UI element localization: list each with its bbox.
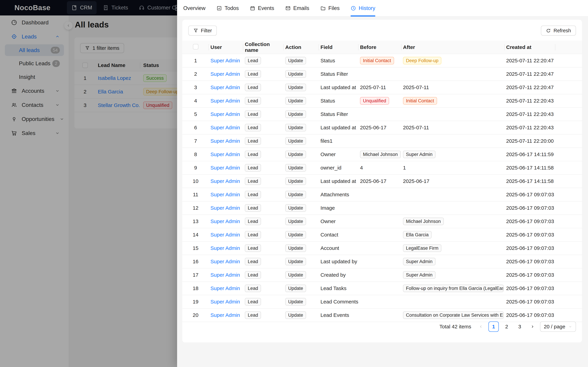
before-cell <box>358 67 401 81</box>
created-at: 2025-06-17 09:07:03 <box>505 309 555 322</box>
before-cell: Initial Contact <box>358 54 401 67</box>
user-link[interactable]: Super Admin <box>210 259 240 264</box>
page-size-value: 20 / page <box>544 324 565 330</box>
user-link[interactable]: Super Admin <box>210 192 240 197</box>
tab-emails[interactable]: Emails <box>285 0 309 16</box>
user-link[interactable]: Super Admin <box>210 84 240 90</box>
user-link[interactable]: Super Admin <box>210 312 240 318</box>
select-all-checkbox[interactable] <box>193 44 199 50</box>
pagination-prev-button[interactable] <box>476 322 486 332</box>
tab-todos[interactable]: Todos <box>216 0 239 16</box>
collection-tag: Lead <box>245 298 261 306</box>
table-row: 9Super AdminLeadUpdateowner_id412025-06-… <box>182 161 582 175</box>
user-link[interactable]: Super Admin <box>210 299 240 304</box>
user-link[interactable]: Super Admin <box>210 165 240 171</box>
clock-icon <box>351 6 356 11</box>
row-index: 5 <box>182 108 209 121</box>
user-link[interactable]: Super Admin <box>210 71 240 77</box>
action-tag: Update <box>285 97 306 105</box>
after-cell <box>401 295 505 309</box>
collection-tag: Lead <box>245 231 261 239</box>
user-link[interactable]: Super Admin <box>210 111 240 117</box>
pagination-page-2[interactable]: 2 <box>502 322 512 332</box>
created-at: 2025-06-17 14:11:58 <box>505 175 555 188</box>
after-cell: Ella Garcia <box>401 228 505 242</box>
tab-history[interactable]: History <box>351 0 375 16</box>
extra-cell <box>555 175 582 188</box>
user-link[interactable]: Super Admin <box>210 178 240 184</box>
table-row: 14Super AdminLeadUpdateContactElla Garci… <box>182 228 582 242</box>
field-name: Lead Comments <box>319 295 358 309</box>
user-link[interactable]: Super Admin <box>210 272 240 278</box>
row-index: 19 <box>182 295 209 309</box>
user-link[interactable]: Super Admin <box>210 232 240 238</box>
after-tag: Deep Follow-up <box>403 57 441 64</box>
tab-events[interactable]: Events <box>250 0 274 16</box>
after-cell: 2025-07-11 <box>401 121 505 134</box>
action-tag: Update <box>285 177 306 185</box>
collection-tag: Lead <box>245 191 261 198</box>
after-cell <box>401 134 505 148</box>
created-at: 2025-07-11 22:20:47 <box>505 81 555 94</box>
user-link[interactable]: Super Admin <box>210 218 240 224</box>
collection-tag: Lead <box>245 311 261 319</box>
user-link[interactable]: Super Admin <box>210 58 240 63</box>
field-name: Status <box>319 94 358 108</box>
extra-cell <box>555 121 582 134</box>
user-link[interactable]: Super Admin <box>210 138 240 144</box>
check-square-icon <box>216 6 222 11</box>
before-cell <box>358 268 401 282</box>
action-tag: Update <box>285 164 306 172</box>
table-row: 5Super AdminLeadUpdateStatus Filter2025-… <box>182 108 582 121</box>
col-extra <box>555 41 582 54</box>
pagination-page-1[interactable]: 1 <box>488 322 499 332</box>
user-link[interactable]: Super Admin <box>210 151 240 157</box>
tab-overview[interactable]: Overview <box>183 0 206 16</box>
field-name: Last updated at <box>319 121 358 134</box>
after-value: 2025-06-17 <box>403 178 429 184</box>
before-value: 2025-06-17 <box>360 178 386 184</box>
action-tag: Update <box>285 57 306 64</box>
user-link[interactable]: Super Admin <box>210 285 240 291</box>
after-cell: Initial Contact <box>401 94 505 108</box>
user-link[interactable]: Super Admin <box>210 125 240 130</box>
user-link[interactable]: Super Admin <box>210 245 240 251</box>
action-tag: Update <box>285 110 306 118</box>
refresh-button[interactable]: Refresh <box>541 25 576 35</box>
field-name: Owner <box>319 215 358 228</box>
created-at: 2025-07-11 22:20:00 <box>505 134 555 148</box>
created-at: 2025-06-17 14:11:58 <box>505 161 555 175</box>
after-value: 2025-07-11 <box>403 125 429 130</box>
row-index: 11 <box>182 188 209 201</box>
page-size-select[interactable]: 20 / page <box>540 322 576 332</box>
tab-files[interactable]: Files <box>320 0 340 16</box>
before-cell <box>358 228 401 242</box>
filter-button-label: Filter <box>201 28 212 33</box>
before-cell: Unqualified <box>358 94 401 108</box>
extra-cell <box>555 134 582 148</box>
field-name: Image <box>319 201 358 215</box>
pagination-next-button[interactable] <box>528 322 537 332</box>
row-index: 9 <box>182 161 209 175</box>
extra-cell <box>555 94 582 108</box>
pagination-page-3[interactable]: 3 <box>515 322 525 332</box>
row-index: 13 <box>182 215 209 228</box>
user-link[interactable]: Super Admin <box>210 205 240 211</box>
field-name: Last updated by <box>319 255 358 268</box>
table-row: 11Super AdminLeadUpdateAttachments2025-0… <box>182 188 582 201</box>
extra-cell <box>555 282 582 295</box>
extra-cell <box>555 309 582 322</box>
row-index: 16 <box>182 255 209 268</box>
before-cell <box>358 309 401 322</box>
filter-button[interactable]: Filter <box>188 25 217 35</box>
collection-tag: Lead <box>245 204 261 212</box>
created-at: 2025-07-11 22:20:47 <box>505 67 555 81</box>
extra-cell <box>555 54 582 67</box>
after-tag: LegalEase Firm <box>403 244 441 252</box>
user-link[interactable]: Super Admin <box>210 98 240 104</box>
before-cell <box>358 188 401 201</box>
row-index: 2 <box>182 67 209 81</box>
col-user: User <box>209 41 243 54</box>
extra-cell <box>555 67 582 81</box>
before-value: 2025-07-11 <box>360 84 386 90</box>
